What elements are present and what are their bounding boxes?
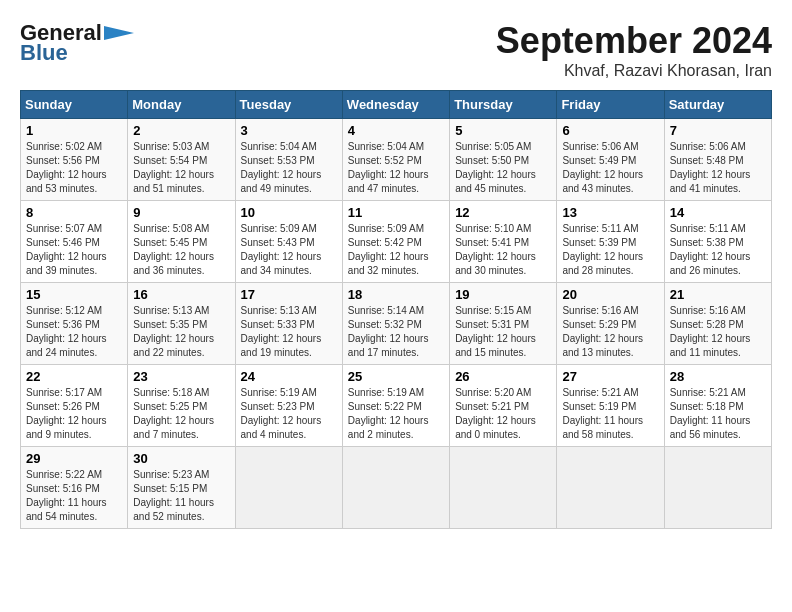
day-number: 3 — [241, 123, 337, 138]
day-number: 29 — [26, 451, 122, 466]
calendar-cell: 16 Sunrise: 5:13 AMSunset: 5:35 PMDaylig… — [128, 283, 235, 365]
day-number: 27 — [562, 369, 658, 384]
day-info: Sunrise: 5:11 AMSunset: 5:39 PMDaylight:… — [562, 222, 658, 278]
week-row-3: 15 Sunrise: 5:12 AMSunset: 5:36 PMDaylig… — [21, 283, 772, 365]
column-header-friday: Friday — [557, 91, 664, 119]
day-info: Sunrise: 5:13 AMSunset: 5:33 PMDaylight:… — [241, 304, 337, 360]
calendar-cell: 6 Sunrise: 5:06 AMSunset: 5:49 PMDayligh… — [557, 119, 664, 201]
calendar-cell: 7 Sunrise: 5:06 AMSunset: 5:48 PMDayligh… — [664, 119, 771, 201]
calendar-cell: 10 Sunrise: 5:09 AMSunset: 5:43 PMDaylig… — [235, 201, 342, 283]
day-number: 12 — [455, 205, 551, 220]
calendar-cell — [342, 447, 449, 529]
day-number: 11 — [348, 205, 444, 220]
day-info: Sunrise: 5:21 AMSunset: 5:19 PMDaylight:… — [562, 386, 658, 442]
day-number: 15 — [26, 287, 122, 302]
day-number: 23 — [133, 369, 229, 384]
calendar-cell: 27 Sunrise: 5:21 AMSunset: 5:19 PMDaylig… — [557, 365, 664, 447]
day-number: 24 — [241, 369, 337, 384]
day-info: Sunrise: 5:13 AMSunset: 5:35 PMDaylight:… — [133, 304, 229, 360]
calendar-table: SundayMondayTuesdayWednesdayThursdayFrid… — [20, 90, 772, 529]
logo-arrow-icon — [104, 26, 134, 40]
calendar-cell: 18 Sunrise: 5:14 AMSunset: 5:32 PMDaylig… — [342, 283, 449, 365]
calendar-cell: 12 Sunrise: 5:10 AMSunset: 5:41 PMDaylig… — [450, 201, 557, 283]
column-header-thursday: Thursday — [450, 91, 557, 119]
day-number: 2 — [133, 123, 229, 138]
day-info: Sunrise: 5:10 AMSunset: 5:41 PMDaylight:… — [455, 222, 551, 278]
calendar-cell: 9 Sunrise: 5:08 AMSunset: 5:45 PMDayligh… — [128, 201, 235, 283]
day-info: Sunrise: 5:05 AMSunset: 5:50 PMDaylight:… — [455, 140, 551, 196]
day-number: 26 — [455, 369, 551, 384]
location-subtitle: Khvaf, Razavi Khorasan, Iran — [496, 62, 772, 80]
calendar-header-row: SundayMondayTuesdayWednesdayThursdayFrid… — [21, 91, 772, 119]
calendar-cell: 13 Sunrise: 5:11 AMSunset: 5:39 PMDaylig… — [557, 201, 664, 283]
calendar-cell: 1 Sunrise: 5:02 AMSunset: 5:56 PMDayligh… — [21, 119, 128, 201]
svg-marker-0 — [104, 26, 134, 40]
column-header-tuesday: Tuesday — [235, 91, 342, 119]
day-info: Sunrise: 5:22 AMSunset: 5:16 PMDaylight:… — [26, 468, 122, 524]
day-info: Sunrise: 5:16 AMSunset: 5:28 PMDaylight:… — [670, 304, 766, 360]
day-info: Sunrise: 5:11 AMSunset: 5:38 PMDaylight:… — [670, 222, 766, 278]
day-number: 7 — [670, 123, 766, 138]
week-row-4: 22 Sunrise: 5:17 AMSunset: 5:26 PMDaylig… — [21, 365, 772, 447]
day-number: 1 — [26, 123, 122, 138]
calendar-cell: 14 Sunrise: 5:11 AMSunset: 5:38 PMDaylig… — [664, 201, 771, 283]
calendar-cell: 5 Sunrise: 5:05 AMSunset: 5:50 PMDayligh… — [450, 119, 557, 201]
day-number: 10 — [241, 205, 337, 220]
calendar-cell — [235, 447, 342, 529]
day-number: 8 — [26, 205, 122, 220]
calendar-cell: 28 Sunrise: 5:21 AMSunset: 5:18 PMDaylig… — [664, 365, 771, 447]
day-info: Sunrise: 5:08 AMSunset: 5:45 PMDaylight:… — [133, 222, 229, 278]
calendar-cell: 11 Sunrise: 5:09 AMSunset: 5:42 PMDaylig… — [342, 201, 449, 283]
calendar-cell: 30 Sunrise: 5:23 AMSunset: 5:15 PMDaylig… — [128, 447, 235, 529]
day-info: Sunrise: 5:19 AMSunset: 5:22 PMDaylight:… — [348, 386, 444, 442]
day-number: 16 — [133, 287, 229, 302]
title-area: September 2024 Khvaf, Razavi Khorasan, I… — [496, 20, 772, 80]
day-info: Sunrise: 5:15 AMSunset: 5:31 PMDaylight:… — [455, 304, 551, 360]
calendar-cell: 25 Sunrise: 5:19 AMSunset: 5:22 PMDaylig… — [342, 365, 449, 447]
day-number: 19 — [455, 287, 551, 302]
day-info: Sunrise: 5:09 AMSunset: 5:42 PMDaylight:… — [348, 222, 444, 278]
calendar-cell — [664, 447, 771, 529]
calendar-cell: 19 Sunrise: 5:15 AMSunset: 5:31 PMDaylig… — [450, 283, 557, 365]
week-row-2: 8 Sunrise: 5:07 AMSunset: 5:46 PMDayligh… — [21, 201, 772, 283]
day-number: 4 — [348, 123, 444, 138]
calendar-cell: 15 Sunrise: 5:12 AMSunset: 5:36 PMDaylig… — [21, 283, 128, 365]
day-number: 6 — [562, 123, 658, 138]
day-info: Sunrise: 5:12 AMSunset: 5:36 PMDaylight:… — [26, 304, 122, 360]
day-number: 30 — [133, 451, 229, 466]
calendar-cell: 3 Sunrise: 5:04 AMSunset: 5:53 PMDayligh… — [235, 119, 342, 201]
calendar-cell: 23 Sunrise: 5:18 AMSunset: 5:25 PMDaylig… — [128, 365, 235, 447]
calendar-cell: 17 Sunrise: 5:13 AMSunset: 5:33 PMDaylig… — [235, 283, 342, 365]
header: General Blue September 2024 Khvaf, Razav… — [20, 20, 772, 80]
calendar-cell: 21 Sunrise: 5:16 AMSunset: 5:28 PMDaylig… — [664, 283, 771, 365]
calendar-cell — [450, 447, 557, 529]
day-number: 17 — [241, 287, 337, 302]
day-number: 21 — [670, 287, 766, 302]
day-info: Sunrise: 5:04 AMSunset: 5:53 PMDaylight:… — [241, 140, 337, 196]
day-info: Sunrise: 5:17 AMSunset: 5:26 PMDaylight:… — [26, 386, 122, 442]
day-number: 22 — [26, 369, 122, 384]
calendar-cell — [557, 447, 664, 529]
day-info: Sunrise: 5:14 AMSunset: 5:32 PMDaylight:… — [348, 304, 444, 360]
day-info: Sunrise: 5:16 AMSunset: 5:29 PMDaylight:… — [562, 304, 658, 360]
week-row-1: 1 Sunrise: 5:02 AMSunset: 5:56 PMDayligh… — [21, 119, 772, 201]
column-header-sunday: Sunday — [21, 91, 128, 119]
day-info: Sunrise: 5:02 AMSunset: 5:56 PMDaylight:… — [26, 140, 122, 196]
column-header-monday: Monday — [128, 91, 235, 119]
column-header-wednesday: Wednesday — [342, 91, 449, 119]
week-row-5: 29 Sunrise: 5:22 AMSunset: 5:16 PMDaylig… — [21, 447, 772, 529]
day-number: 13 — [562, 205, 658, 220]
day-number: 5 — [455, 123, 551, 138]
calendar-cell: 22 Sunrise: 5:17 AMSunset: 5:26 PMDaylig… — [21, 365, 128, 447]
logo: General Blue — [20, 20, 134, 66]
calendar-cell: 24 Sunrise: 5:19 AMSunset: 5:23 PMDaylig… — [235, 365, 342, 447]
day-info: Sunrise: 5:20 AMSunset: 5:21 PMDaylight:… — [455, 386, 551, 442]
day-info: Sunrise: 5:23 AMSunset: 5:15 PMDaylight:… — [133, 468, 229, 524]
day-number: 9 — [133, 205, 229, 220]
day-info: Sunrise: 5:18 AMSunset: 5:25 PMDaylight:… — [133, 386, 229, 442]
calendar-cell: 8 Sunrise: 5:07 AMSunset: 5:46 PMDayligh… — [21, 201, 128, 283]
month-title: September 2024 — [496, 20, 772, 62]
day-info: Sunrise: 5:03 AMSunset: 5:54 PMDaylight:… — [133, 140, 229, 196]
column-header-saturday: Saturday — [664, 91, 771, 119]
calendar-cell: 26 Sunrise: 5:20 AMSunset: 5:21 PMDaylig… — [450, 365, 557, 447]
